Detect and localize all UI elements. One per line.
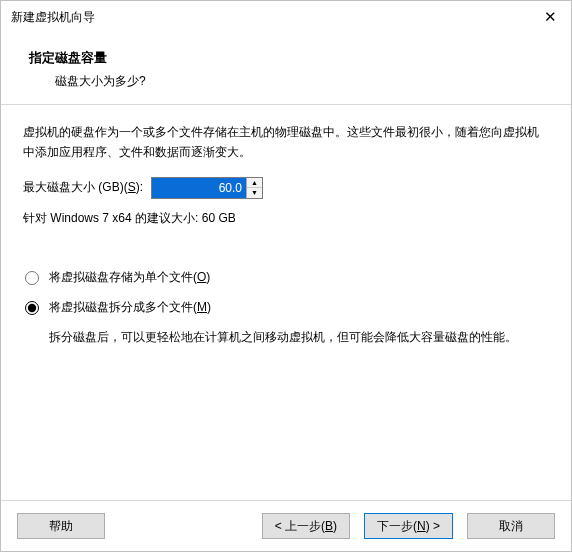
description-text: 虚拟机的硬盘作为一个或多个文件存储在主机的物理磁盘中。这些文件最初很小，随着您向…	[23, 123, 549, 163]
radio-single-file-label: 将虚拟磁盘存储为单个文件(O)	[49, 268, 210, 288]
radio-split-note: 拆分磁盘后，可以更轻松地在计算机之间移动虚拟机，但可能会降低大容量磁盘的性能。	[49, 328, 549, 348]
titlebar: 新建虚拟机向导 ✕	[1, 1, 571, 33]
content-area: 虚拟机的硬盘作为一个或多个文件存储在主机的物理磁盘中。这些文件最初很小，随着您向…	[1, 105, 571, 500]
radio-split-files-label: 将虚拟磁盘拆分成多个文件(M)	[49, 298, 211, 318]
disk-size-row: 最大磁盘大小 (GB)(S): ▲ ▼	[23, 177, 549, 199]
chevron-down-icon: ▼	[251, 189, 258, 196]
spinner-buttons: ▲ ▼	[246, 178, 262, 198]
page-heading: 指定磁盘容量	[29, 49, 543, 67]
nav-button-group: < 上一步(B) 下一步(N) > 取消	[262, 513, 555, 539]
radio-split-files-input[interactable]	[25, 301, 39, 315]
close-button[interactable]: ✕	[529, 1, 571, 33]
disk-size-spinner: ▲ ▼	[151, 177, 263, 199]
radio-single-file-input[interactable]	[25, 271, 39, 285]
cancel-button[interactable]: 取消	[467, 513, 555, 539]
help-button[interactable]: 帮助	[17, 513, 105, 539]
disk-size-input[interactable]	[152, 178, 246, 198]
next-button[interactable]: 下一步(N) >	[364, 513, 453, 539]
spinner-up-button[interactable]: ▲	[247, 178, 262, 189]
wizard-footer: 帮助 < 上一步(B) 下一步(N) > 取消	[1, 500, 571, 551]
window-title: 新建虚拟机向导	[11, 9, 529, 26]
disk-size-label: 最大磁盘大小 (GB)(S):	[23, 178, 143, 198]
radio-split-files[interactable]: 将虚拟磁盘拆分成多个文件(M)	[23, 298, 549, 318]
recommended-size-text: 针对 Windows 7 x64 的建议大小: 60 GB	[23, 209, 549, 229]
back-button[interactable]: < 上一步(B)	[262, 513, 350, 539]
radio-single-file[interactable]: 将虚拟磁盘存储为单个文件(O)	[23, 268, 549, 288]
wizard-window: 新建虚拟机向导 ✕ 指定磁盘容量 磁盘大小为多少? 虚拟机的硬盘作为一个或多个文…	[0, 0, 572, 552]
wizard-header: 指定磁盘容量 磁盘大小为多少?	[1, 33, 571, 104]
chevron-up-icon: ▲	[251, 179, 258, 186]
spinner-down-button[interactable]: ▼	[247, 188, 262, 198]
close-icon: ✕	[544, 8, 557, 26]
page-subheading: 磁盘大小为多少?	[29, 73, 543, 90]
